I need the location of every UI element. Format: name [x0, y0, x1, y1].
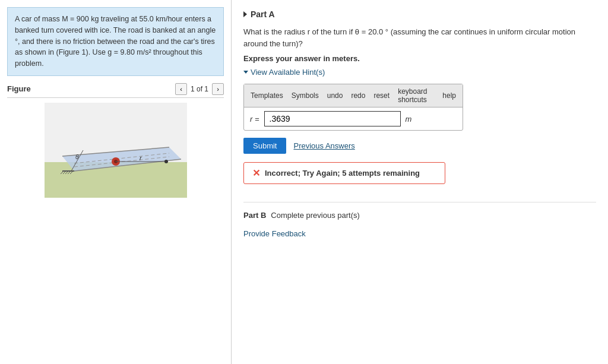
part-a-label: Part A: [251, 10, 275, 19]
toolbar-undo[interactable]: undo: [325, 91, 345, 100]
svg-marker-1: [45, 162, 187, 198]
hint-triangle-icon: [243, 71, 248, 74]
toolbar-symbols[interactable]: Symbols: [290, 91, 321, 100]
figure-title: Figure: [7, 84, 31, 93]
part-a-collapse-icon[interactable]: [243, 11, 247, 17]
error-message: Incorrect; Try Again; 5 attempts remaini…: [265, 169, 420, 178]
problem-statement: A car of mass M = 900 kg traveling at 55…: [7, 7, 224, 76]
figure-image: r θ: [45, 103, 187, 198]
error-icon: ✕: [252, 167, 260, 179]
part-b-note: Complete previous part(s): [271, 211, 360, 220]
figure-next-button[interactable]: ›: [212, 83, 224, 95]
action-row: Submit Previous Answers: [243, 138, 596, 154]
part-b-label: Part B: [243, 211, 266, 220]
figure-prev-button[interactable]: ‹: [175, 83, 187, 95]
toolbar-redo[interactable]: redo: [349, 91, 367, 100]
figure-section: Figure ‹ 1 of 1 ›: [7, 83, 224, 198]
math-answer-input[interactable]: [264, 111, 401, 126]
question-text: What is the radius r of the turn if θ = …: [243, 26, 596, 49]
toolbar-keyboard[interactable]: keyboard shortcuts: [396, 87, 436, 105]
math-editor: Templates Symbols undo redo reset keyboa…: [243, 84, 463, 131]
toolbar-templates[interactable]: Templates: [249, 91, 285, 100]
toolbar-help[interactable]: help: [441, 91, 458, 100]
right-panel: Part A What is the radius r of the turn …: [232, 0, 608, 364]
math-variable-label: r =: [250, 115, 259, 124]
previous-answers-link[interactable]: Previous Answers: [293, 141, 354, 150]
svg-text:θ: θ: [75, 154, 79, 160]
svg-point-10: [164, 160, 168, 163]
hint-link[interactable]: View Available Hint(s): [243, 68, 596, 77]
section-divider: [243, 202, 596, 202]
toolbar-reset[interactable]: reset: [372, 91, 391, 100]
part-a-header: Part A: [243, 10, 596, 19]
figure-page-label: 1 of 1: [191, 85, 208, 93]
provide-feedback-link[interactable]: Provide Feedback: [243, 229, 596, 238]
express-answer-text: Express your answer in meters.: [243, 54, 596, 63]
figure-nav: ‹ 1 of 1 ›: [175, 83, 224, 95]
submit-button[interactable]: Submit: [243, 138, 286, 154]
figure-header: Figure ‹ 1 of 1 ›: [7, 83, 224, 98]
math-toolbar: Templates Symbols undo redo reset keyboa…: [244, 84, 463, 107]
left-panel: A car of mass M = 900 kg traveling at 55…: [0, 0, 232, 364]
part-b-row: Part B Complete previous part(s): [243, 211, 596, 220]
error-box: ✕ Incorrect; Try Again; 5 attempts remai…: [243, 162, 445, 184]
math-unit-label: m: [406, 115, 412, 124]
problem-text: A car of mass M = 900 kg traveling at 55…: [15, 15, 216, 68]
math-input-row: r = m: [244, 107, 463, 130]
hint-label: View Available Hint(s): [251, 68, 325, 77]
